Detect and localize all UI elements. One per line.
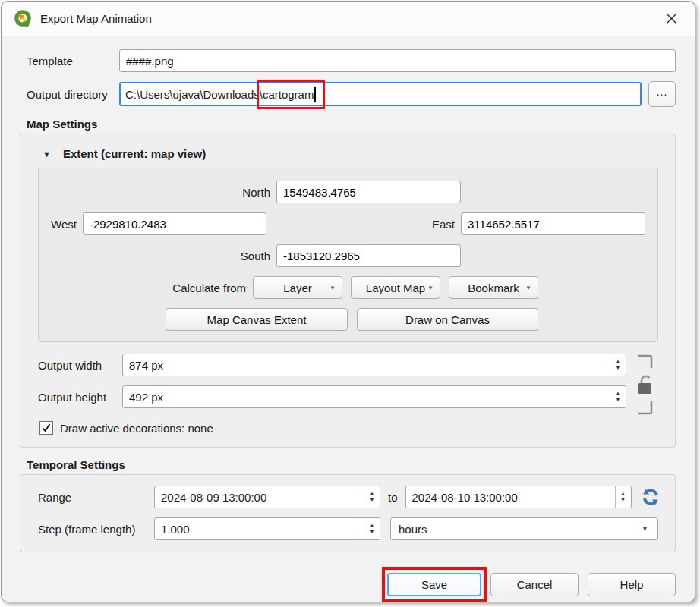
south-label: South xyxy=(51,250,270,263)
calculate-from-row: Calculate from Layer ▼ Layout Map ▼ Book… xyxy=(51,276,645,299)
spin-down-icon: ▼ xyxy=(620,497,626,503)
extent-west-east-row: West East xyxy=(51,212,645,235)
calc-from-layer-dropdown[interactable]: Layer ▼ xyxy=(253,276,342,299)
output-height-spinbox[interactable]: 492 px ▲ ▼ xyxy=(122,385,626,408)
save-button[interactable]: Save xyxy=(387,573,481,596)
output-size-rows: Output width 874 px ▲ ▼ Output height 49… xyxy=(38,354,658,408)
dialog-content: Template Output directory C:\Users\ujava… xyxy=(2,49,695,596)
canvas-buttons-row: Map Canvas Extent Draw on Canvas xyxy=(51,308,645,331)
extent-south-row: South xyxy=(51,244,645,267)
ellipsis-icon: ... xyxy=(657,86,668,98)
output-height-row: Output height 492 px ▲ ▼ xyxy=(38,385,626,408)
step-unit-value: hours xyxy=(399,523,427,536)
dialog-footer: Save Cancel Help xyxy=(20,573,676,596)
output-width-value: 874 px xyxy=(123,354,610,376)
template-label: Template xyxy=(27,55,119,68)
map-canvas-extent-button[interactable]: Map Canvas Extent xyxy=(166,308,348,331)
range-start-value: 2024-08-09 13:00:00 xyxy=(155,486,364,508)
collapse-arrow-icon: ▼ xyxy=(43,149,51,159)
output-directory-row: Output directory C:\Users\ujava\Download… xyxy=(20,81,676,107)
range-row: Range 2024-08-09 13:00:00 ▲ ▼ to 2024-08… xyxy=(38,486,658,508)
output-width-row: Output width 874 px ▲ ▼ xyxy=(38,354,626,376)
extent-frame: North West East South Ca xyxy=(38,168,658,342)
range-end-spin-buttons[interactable]: ▲ ▼ xyxy=(615,486,631,508)
title-bar: Export Map Animation xyxy=(2,2,695,36)
range-label: Range xyxy=(38,491,154,504)
output-directory-path-prefix: C:\Users\ujava\Downloads xyxy=(125,88,260,101)
close-icon xyxy=(666,13,677,24)
temporal-settings-group: Range 2024-08-09 13:00:00 ▲ ▼ to 2024-08… xyxy=(20,474,676,552)
range-start-spin-buttons[interactable]: ▲ ▼ xyxy=(364,486,380,508)
decorations-row: Draw active decorations: none xyxy=(39,421,658,435)
west-label: West xyxy=(51,218,77,231)
north-label: North xyxy=(51,186,270,199)
unlocked-padlock-icon xyxy=(632,351,658,419)
draw-on-canvas-button[interactable]: Draw on Canvas xyxy=(357,308,538,331)
west-input[interactable] xyxy=(83,212,266,235)
cancel-button[interactable]: Cancel xyxy=(490,573,579,596)
chevron-down-icon: ▼ xyxy=(525,285,531,291)
spin-down-icon: ▼ xyxy=(369,497,374,503)
east-input[interactable] xyxy=(461,212,645,235)
save-button-wrapper: Save xyxy=(387,573,481,596)
dialog-title: Export Map Animation xyxy=(40,12,152,25)
output-directory-input[interactable]: C:\Users\ujava\Downloads \cartogram xyxy=(119,82,642,106)
close-button[interactable] xyxy=(660,8,683,30)
refresh-range-button[interactable] xyxy=(642,487,660,507)
calc-from-bookmark-dropdown[interactable]: Bookmark ▼ xyxy=(449,276,538,299)
map-settings-title: Map Settings xyxy=(27,118,676,131)
step-row: Step (frame length) 1.000 ▲ ▼ hours ▼ xyxy=(38,517,658,540)
aspect-ratio-lock-button[interactable] xyxy=(632,351,658,419)
extent-north-row: North xyxy=(51,181,645,203)
chevron-down-icon: ▼ xyxy=(330,285,336,291)
qgis-logo-icon xyxy=(14,9,33,29)
output-directory-label: Output directory xyxy=(27,88,119,101)
text-cursor xyxy=(314,87,316,102)
east-label: East xyxy=(432,218,455,231)
south-input[interactable] xyxy=(276,244,461,267)
step-unit-combobox[interactable]: hours ▼ xyxy=(390,517,658,540)
decorations-checkbox[interactable] xyxy=(39,421,53,435)
calculate-from-label: Calculate from xyxy=(51,281,246,294)
north-input[interactable] xyxy=(276,181,461,203)
browse-directory-button[interactable]: ... xyxy=(648,81,676,107)
calc-from-layout-map-dropdown[interactable]: Layout Map ▼ xyxy=(351,276,440,299)
output-height-label: Output height xyxy=(38,391,122,404)
refresh-icon xyxy=(642,488,660,506)
output-width-spin-buttons[interactable]: ▲ ▼ xyxy=(610,354,626,376)
extent-collapse-header[interactable]: ▼ Extent (current: map view) xyxy=(43,147,658,160)
decorations-label: Draw active decorations: none xyxy=(60,422,213,435)
range-end-value: 2024-08-10 13:00:00 xyxy=(406,486,615,508)
temporal-settings-title: Temporal Settings xyxy=(27,458,676,471)
chevron-down-icon: ▼ xyxy=(642,525,648,533)
step-label: Step (frame length) xyxy=(38,523,154,536)
output-height-value: 492 px xyxy=(123,386,610,407)
step-spin-buttons[interactable]: ▲ ▼ xyxy=(364,518,380,539)
extent-header-label: Extent (current: map view) xyxy=(63,147,206,160)
help-button[interactable]: Help xyxy=(588,573,676,596)
spin-down-icon: ▼ xyxy=(615,365,620,371)
output-directory-path-highlight: \cartogram xyxy=(260,87,316,102)
range-start-spinbox[interactable]: 2024-08-09 13:00:00 ▲ ▼ xyxy=(154,486,380,508)
spin-down-icon: ▼ xyxy=(615,397,620,403)
step-value: 1.000 xyxy=(155,518,364,539)
output-width-spinbox[interactable]: 874 px ▲ ▼ xyxy=(122,354,626,376)
checkmark-icon xyxy=(41,423,52,433)
output-height-spin-buttons[interactable]: ▲ ▼ xyxy=(610,386,626,407)
range-end-spinbox[interactable]: 2024-08-10 13:00:00 ▲ ▼ xyxy=(405,486,632,508)
map-settings-group: ▼ Extent (current: map view) North West … xyxy=(20,134,676,448)
template-row: Template xyxy=(20,49,676,72)
export-map-animation-dialog: Export Map Animation Template Output dir… xyxy=(1,1,695,602)
range-to-label: to xyxy=(388,491,398,504)
template-input[interactable] xyxy=(119,49,676,72)
chevron-down-icon: ▼ xyxy=(427,285,434,291)
output-width-label: Output width xyxy=(38,359,122,372)
step-spinbox[interactable]: 1.000 ▲ ▼ xyxy=(154,517,380,540)
spin-down-icon: ▼ xyxy=(369,529,374,535)
